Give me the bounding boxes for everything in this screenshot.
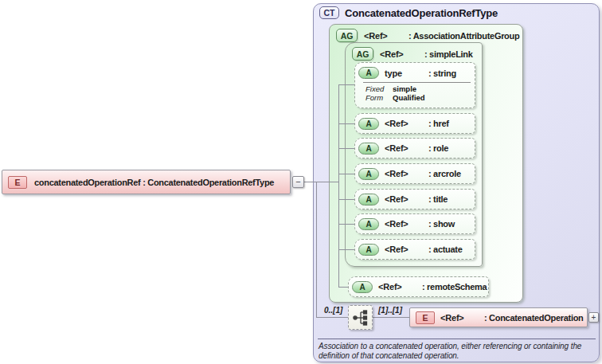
ref-label: <Ref>	[380, 49, 418, 59]
attribute-icon: A	[358, 244, 379, 256]
connector-tick	[338, 123, 354, 124]
attribute-icon: A	[358, 168, 379, 180]
attribute-type: : remoteSchema	[422, 282, 487, 292]
attribute-box-arcrole[interactable]: A <Ref> : arcrole	[354, 163, 475, 184]
attribute-type: : show	[428, 219, 455, 229]
attribute-icon: A	[358, 118, 379, 130]
ref-label: <Ref>	[385, 119, 423, 128]
connector-line	[373, 317, 409, 318]
occurrence-label-right: [1]..[1]	[378, 306, 402, 315]
facet-fixed-label: Fixed	[366, 85, 393, 94]
attribute-icon: A	[358, 143, 379, 155]
ref-label: <Ref>	[364, 31, 402, 41]
attribute-box-type[interactable]: A type : string Fixed simple Form Qualif…	[354, 62, 475, 108]
facet-fixed: Fixed simple	[355, 85, 475, 94]
facet-form-value: Qualified	[393, 94, 425, 103]
ref-label: <Ref>	[385, 169, 423, 178]
complex-type-title: ConcatenatedOperationRefType	[345, 7, 498, 19]
ref-label: <Ref>	[440, 313, 479, 323]
attribute-group-icon: AG	[352, 47, 373, 61]
documentation-divider	[318, 339, 596, 339]
attribute-type-header: A type : string	[355, 63, 475, 79]
attribute-box-remoteschema[interactable]: A <Ref> : remoteSchema	[348, 276, 489, 297]
connector-tick	[338, 224, 354, 225]
attribute-group-icon: AG	[336, 29, 358, 42]
collapse-button[interactable]: −	[292, 176, 304, 188]
sequence-compositor[interactable]	[348, 305, 373, 330]
facet-fixed-value: simple	[393, 85, 416, 94]
complex-type-icon: CT	[319, 6, 339, 19]
attribute-type: : actuate	[428, 245, 463, 254]
attribute-icon: A	[352, 281, 373, 293]
element-icon: E	[8, 176, 27, 189]
element-icon: E	[416, 311, 435, 324]
ref-label: <Ref>	[385, 194, 423, 204]
connector-tick	[338, 174, 354, 174]
ref-label: <Ref>	[385, 143, 423, 153]
facet-divider	[363, 82, 471, 83]
attribute-group-name: : simpleLink	[424, 49, 473, 59]
connector-line	[316, 182, 317, 317]
element-type: : ConcatenatedOperation	[484, 313, 584, 323]
attribute-box-href[interactable]: A <Ref> : href	[354, 113, 475, 134]
attribute-group-association-header: AG <Ref> : AssociationAttributeGroup	[330, 25, 522, 42]
ref-label: <Ref>	[378, 282, 416, 292]
connector-tick	[338, 287, 348, 288]
element-box-concatenatedoperationref[interactable]: E concatenatedOperationRef : Concatenate…	[2, 170, 291, 194]
attribute-box-role[interactable]: A <Ref> : role	[354, 138, 475, 159]
facet-form: Form Qualified	[355, 94, 475, 103]
ref-label: <Ref>	[385, 245, 423, 254]
xsd-diagram: CT ConcatenatedOperationRefType AG <Ref>…	[0, 0, 602, 364]
connector-line	[338, 84, 339, 288]
attribute-group-name: : AssociationAttributeGroup	[408, 31, 519, 41]
attribute-type: : arcrole	[428, 169, 461, 178]
sequence-icon	[351, 308, 370, 327]
attribute-group-simplelink-header: AG <Ref> : simpleLink	[346, 43, 482, 61]
element-label: concatenatedOperationRef : ConcatenatedO…	[34, 178, 274, 187]
attribute-icon: A	[358, 194, 379, 205]
attribute-box-show[interactable]: A <Ref> : show	[354, 213, 475, 234]
expand-button[interactable]: +	[588, 312, 599, 323]
attribute-type: : role	[428, 143, 448, 153]
attribute-type: : href	[428, 119, 449, 128]
connector-line	[304, 182, 338, 182]
connector-tick	[338, 199, 354, 200]
attribute-type: : string	[428, 68, 456, 78]
attribute-icon: A	[358, 67, 379, 79]
element-box-concatenatedoperation[interactable]: E <Ref> : ConcatenatedOperation	[409, 307, 588, 327]
attribute-name: type	[385, 68, 423, 78]
facet-form-label: Form	[366, 94, 393, 103]
connector-tick	[338, 84, 354, 85]
connector-line	[316, 317, 348, 318]
connector-tick	[338, 249, 354, 250]
occurrence-label-left: 0..[1]	[324, 306, 342, 315]
attribute-box-actuate[interactable]: A <Ref> : actuate	[354, 239, 475, 260]
attribute-box-title[interactable]: A <Ref> : title	[354, 189, 475, 209]
attribute-type: : title	[428, 194, 448, 204]
documentation-text: Association to a concatenated operation,…	[319, 342, 599, 361]
ref-label: <Ref>	[385, 219, 423, 229]
connector-tick	[338, 148, 354, 149]
complex-type-header[interactable]: CT ConcatenatedOperationRefType	[319, 6, 498, 19]
attribute-icon: A	[358, 218, 379, 230]
